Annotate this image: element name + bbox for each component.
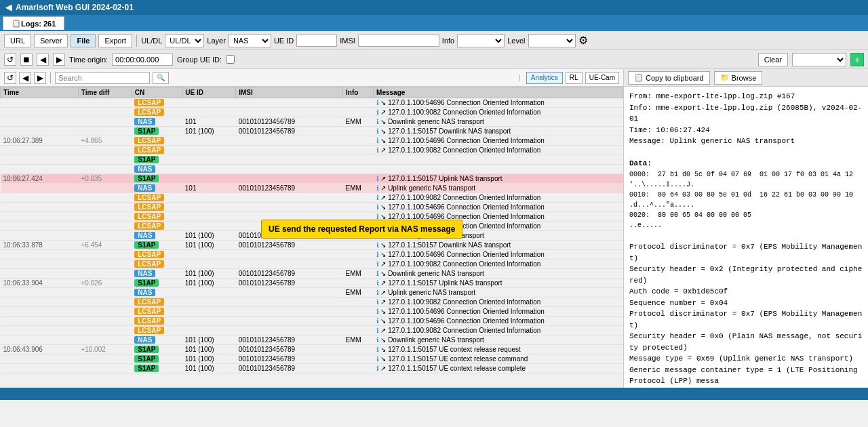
table-row[interactable]: LCSAP ℹ ↗ 127.0.1.100:9082 Connection Or…	[1, 146, 623, 155]
cn-badge: LCSAP	[134, 251, 164, 258]
group-ue-id-checkbox[interactable]	[226, 55, 235, 64]
table-row[interactable]: NAS 101 001010123456789 EMM ℹ ↗ Uplink g…	[1, 184, 623, 193]
rl-button[interactable]: RL	[566, 72, 583, 84]
info-select[interactable]	[457, 34, 505, 47]
table-row[interactable]: LCSAP ℹ ↗ 127.0.1.100:9082 Connection Or…	[1, 260, 623, 269]
cn-badge: S1AP	[134, 346, 159, 353]
server-button[interactable]: Server	[34, 34, 68, 47]
next-button[interactable]: ▶	[53, 54, 65, 66]
col-ue-id[interactable]: UE ID	[182, 87, 236, 98]
export-button[interactable]: Export	[98, 34, 132, 47]
search-icon-button[interactable]: 🔍	[153, 72, 169, 84]
table-row[interactable]: 10:06:27.389 +4.865 LCSAP ℹ ↘ 127.0.1.10…	[1, 136, 623, 146]
clear-button[interactable]: Clear	[758, 53, 788, 66]
titlebar: ◀ Amarisoft Web GUI 2024-02-01	[0, 0, 868, 15]
table-row[interactable]: 10:06:27.424 +0.035 S1AP ℹ ↗ 127.0.1.1:5…	[1, 174, 623, 184]
table-row[interactable]: S1AP	[1, 155, 623, 165]
table-row[interactable]: NAS 101 (100) 001010123456789 EMM ℹ ↘ Do…	[1, 269, 623, 279]
table-row[interactable]: LCSAP ℹ ↗ 127.0.1.100:9082 Connection Or…	[1, 326, 623, 336]
layer-select[interactable]: NASS1APLCSAP	[229, 34, 271, 47]
info-icon: ℹ	[376, 279, 379, 287]
col-time-diff[interactable]: Time diff	[78, 87, 132, 98]
cell-time-diff: +0.035	[78, 174, 132, 184]
table-row[interactable]: S1AP 101 (100) 001010123456789 ℹ ↗ 127.0…	[1, 364, 623, 373]
detail-proto-5: Protocol discriminator = 0x7 (EPS Mobili…	[629, 308, 863, 331]
ue-id-input[interactable]	[296, 35, 337, 47]
table-row[interactable]: LCSAP ℹ ↗ 127.0.1.100:9082 Connection Or…	[1, 298, 623, 307]
cell-message: ℹ ↗ 127.0.1.100:9082 Connection Oriented…	[374, 222, 623, 231]
table-row[interactable]: S1AP 101 (100) 001010123456789 ℹ ↘ 127.0…	[1, 354, 623, 364]
cell-message: ℹ ↗ 127.0.1.1:50157 UE context release c…	[374, 364, 623, 373]
cn-badge: S1AP	[134, 175, 159, 182]
cell-message: ℹ ↗ 127.0.1.1:50157 Uplink NAS transport	[374, 174, 623, 184]
col-info[interactable]: Info	[343, 87, 374, 98]
imsi-input[interactable]	[358, 35, 439, 47]
level-select[interactable]	[528, 34, 576, 47]
cell-message: ℹ ↘ 127.0.1.1:50157 Downlink NAS transpo…	[374, 241, 623, 250]
table-row[interactable]: 10:06:33.904 +0.026 S1AP 101 (100) 00101…	[1, 279, 623, 288]
cell-time	[1, 155, 79, 165]
detail-hex-2: 0020: 80 00 65 04 00 00 00 05 ..e.....	[629, 210, 863, 230]
log-table-body: LCSAP ℹ ↘ 127.0.1.100:54696 Connection O…	[1, 98, 623, 373]
table-row[interactable]: LCSAP ℹ ↘ 127.0.1.100:54696 Connection O…	[1, 212, 623, 222]
refresh-logs-button[interactable]: ↺	[4, 72, 16, 84]
table-row[interactable]: LCSAP ℹ ↘ 127.0.1.100:54696 Connection O…	[1, 203, 623, 212]
clear-select[interactable]	[792, 53, 846, 66]
table-row[interactable]: S1AP 101 (100) 001010123456789 ℹ ↘ 127.0…	[1, 127, 623, 136]
col-cn[interactable]: CN	[132, 87, 182, 98]
url-button[interactable]: URL	[4, 34, 31, 47]
info-icon: ℹ	[376, 118, 379, 125]
table-row[interactable]: LCSAP ℹ ↗ 127.0.1.100:9082 Connection Or…	[1, 222, 623, 231]
copy-clipboard-button[interactable]: 📋 Copy to clipboard	[628, 71, 710, 85]
cell-time-diff	[78, 354, 132, 364]
table-row[interactable]: LCSAP ℹ ↗ 127.0.1.100:9082 Connection Or…	[1, 193, 623, 203]
ue-cam-button[interactable]: UE-Cam	[585, 72, 619, 84]
ul-dl-select[interactable]: UL/DLULDL	[165, 34, 204, 47]
logs-tab[interactable]: 📋 Logs: 261	[3, 16, 64, 30]
col-message[interactable]: Message	[374, 87, 623, 98]
detail-content[interactable]: From: mme-export-lte-lpp.log.zip #167 In…	[624, 87, 868, 388]
table-row[interactable]: LCSAP ℹ ↗ 127.0.1.100:9082 Connection Or…	[1, 108, 623, 117]
table-row[interactable]: LCSAP ℹ ↘ 127.0.1.100:54696 Connection O…	[1, 250, 623, 260]
col-time[interactable]: Time	[1, 87, 79, 98]
cell-message: ℹ ↗ 127.0.1.100:9082 Connection Oriented…	[374, 193, 623, 203]
table-row[interactable]: NAS EMM ℹ ↗ Uplink generic NAS transport	[1, 288, 623, 298]
info-icon: ℹ	[376, 327, 379, 334]
cn-badge: S1AP	[134, 127, 159, 135]
folder-icon: 📁	[720, 73, 730, 82]
analytics-button[interactable]: Analytics	[526, 72, 563, 84]
table-row[interactable]: NAS 101 (100) 001010123456789 EMM ℹ ↘ Do…	[1, 336, 623, 345]
cell-message	[374, 155, 623, 165]
table-row[interactable]: LCSAP ℹ ↘ 127.0.1.100:54696 Connection O…	[1, 98, 623, 108]
stop-button[interactable]: ⏹	[20, 54, 33, 66]
table-row[interactable]: 10:06:33.878 +6.454 S1AP 101 (100) 00101…	[1, 241, 623, 250]
search-input[interactable]	[55, 72, 150, 84]
col-imsi[interactable]: IMSI	[236, 87, 343, 98]
cell-imsi: 001010123456789	[236, 336, 343, 345]
log-table-container[interactable]: Time Time diff CN UE ID IMSI Info Messag…	[0, 87, 623, 388]
cell-imsi: 001010123456789	[236, 269, 343, 279]
add-filter-button[interactable]: +	[850, 53, 864, 66]
cell-message: ℹ ↘ Downlink generic NAS transport	[374, 269, 623, 279]
next-log-button[interactable]: ▶	[34, 72, 46, 84]
info-icon: ℹ	[376, 184, 379, 192]
table-row[interactable]: LCSAP ℹ ↘ 127.0.1.100:54696 Connection O…	[1, 307, 623, 317]
table-row[interactable]: LCSAP ℹ ↘ 127.0.1.100:54696 Connection O…	[1, 317, 623, 326]
cell-info	[343, 127, 374, 136]
table-row[interactable]: NAS 101 (100) 001010123456789 EMM ℹ ↘ Do…	[1, 231, 623, 241]
cell-time-diff	[78, 184, 132, 193]
table-row[interactable]: 10:06:43.906 +10.002 S1AP 101 (100) 0010…	[1, 345, 623, 354]
cell-time-diff: +6.454	[78, 241, 132, 250]
browse-button[interactable]: 📁 Browse	[714, 71, 763, 85]
refresh-button[interactable]: ↺	[4, 54, 16, 66]
prev-button[interactable]: ◀	[37, 54, 49, 66]
time-origin-input[interactable]	[112, 54, 173, 66]
file-button[interactable]: File	[71, 34, 96, 47]
table-row[interactable]: NAS	[1, 165, 623, 174]
cell-cn: NAS	[132, 231, 182, 241]
settings-icon[interactable]: ⚙	[578, 34, 588, 47]
cell-time-diff	[78, 127, 132, 136]
table-row[interactable]: NAS 101 001010123456789 EMM ℹ ↘ Downlink…	[1, 117, 623, 127]
prev-log-button[interactable]: ◀	[19, 72, 31, 84]
cell-time-diff	[78, 108, 132, 117]
